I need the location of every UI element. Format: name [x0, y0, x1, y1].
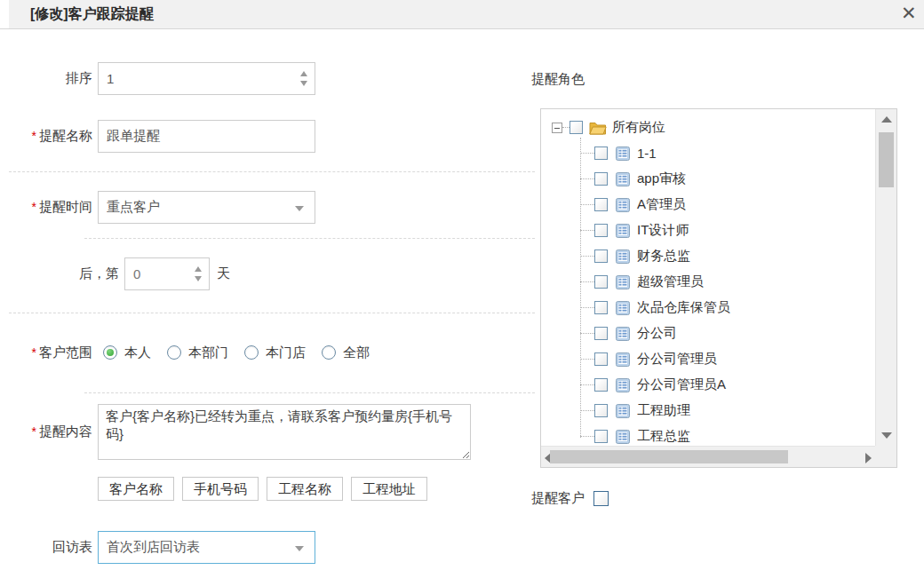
close-icon[interactable]: ✕	[901, 0, 924, 28]
tree-item-工程总监[interactable]: 工程总监	[541, 424, 875, 446]
section-divider	[9, 171, 535, 172]
tree-stub	[580, 230, 594, 231]
scroll-down-icon[interactable]	[881, 432, 892, 439]
tree-item-checkbox[interactable]	[594, 301, 608, 314]
tree-item-checkbox[interactable]	[594, 249, 608, 263]
role-icon	[614, 146, 632, 161]
time-select[interactable]: 重点客户	[98, 191, 315, 224]
tree-item-checkbox[interactable]	[594, 146, 608, 160]
scope-radio-本人[interactable]: 本人	[103, 344, 151, 361]
tree-items: 1-1app审核A管理员IT设计师财务总监超级管理员次品仓库保管员分公司分公司管…	[541, 140, 875, 446]
visit-form-label: 回访表	[0, 539, 98, 556]
role-icon	[614, 378, 632, 392]
tree-item-label: 1-1	[637, 146, 657, 161]
scrollbar-corner	[875, 446, 896, 467]
spin-up-icon[interactable]	[195, 266, 202, 272]
radio-icon[interactable]	[167, 345, 181, 360]
radio-icon[interactable]	[322, 345, 336, 360]
name-input[interactable]: 跟单提醒	[98, 120, 315, 153]
tree-item-label: 工程助理	[637, 402, 690, 419]
vertical-scroll-thumb[interactable]	[879, 132, 894, 187]
visit-form-select[interactable]: 首次到店回访表	[98, 531, 315, 564]
content-row: *提醒内容 客户{客户名称}已经转为重点，请联系客户预约量房{手机号码}	[0, 404, 471, 460]
tree-item-label: 分公司管理员	[637, 351, 717, 368]
tree-item-checkbox[interactable]	[594, 172, 608, 186]
spin-up-icon[interactable]	[300, 71, 307, 76]
after-days-spinner[interactable]	[195, 258, 202, 289]
radio-icon[interactable]	[244, 345, 259, 360]
sub-divider	[84, 238, 535, 239]
time-value: 重点客户	[107, 199, 291, 216]
scope-radio-label: 本门店	[266, 344, 306, 361]
tree-item-财务总监[interactable]: 财务总监	[541, 243, 875, 269]
remind-customer-row: 提醒客户	[531, 490, 609, 507]
horizontal-scroll-thumb[interactable]	[550, 450, 788, 463]
tree-item-checkbox[interactable]	[594, 378, 608, 392]
after-days-suffix: 天	[217, 265, 230, 282]
scope-radio-label: 本部门	[188, 344, 228, 361]
remind-customer-checkbox[interactable]	[593, 491, 609, 506]
tree-item-label: 工程总监	[637, 428, 690, 445]
tree-item-checkbox[interactable]	[594, 430, 608, 443]
name-row: *提醒名称 跟单提醒	[0, 120, 315, 153]
tree-stub	[580, 178, 594, 179]
tree-item-超级管理员[interactable]: 超级管理员	[541, 269, 875, 295]
after-days-input[interactable]: 0	[124, 257, 210, 290]
scroll-up-icon[interactable]	[881, 116, 892, 123]
tree-item-checkbox[interactable]	[594, 352, 608, 366]
insert-field-button-客户名称[interactable]: 客户名称	[98, 477, 174, 501]
tree-item-分公司管理员[interactable]: 分公司管理员	[541, 346, 875, 372]
tree-item-次品仓库保管员[interactable]: 次品仓库保管员	[541, 295, 875, 321]
scope-radio-全部[interactable]: 全部	[322, 344, 370, 361]
scope-radio-本门店[interactable]: 本门店	[244, 344, 306, 361]
tree-item-label: 分公司	[637, 325, 677, 342]
sort-input[interactable]: 1	[98, 62, 315, 95]
visit-form-value: 首次到店回访表	[107, 539, 291, 556]
spin-down-icon[interactable]	[300, 81, 307, 86]
spin-down-icon[interactable]	[195, 276, 202, 281]
collapse-icon[interactable]	[552, 123, 562, 133]
scope-label: *客户范围	[0, 344, 98, 361]
role-icon	[614, 352, 632, 367]
tree-stub	[580, 256, 594, 257]
chevron-down-icon[interactable]	[295, 546, 304, 551]
tree-item-checkbox[interactable]	[594, 404, 608, 417]
scope-radio-本部门[interactable]: 本部门	[167, 344, 228, 361]
tree-root-label: 所有岗位	[612, 119, 665, 136]
role-icon	[614, 430, 632, 444]
insert-field-button-工程地址[interactable]: 工程地址	[351, 477, 427, 501]
tree-item-工程助理[interactable]: 工程助理	[541, 398, 875, 424]
vertical-scrollbar[interactable]	[875, 109, 896, 446]
scope-row: *客户范围 本人本部门本门店全部	[0, 337, 370, 368]
tree-stub	[580, 153, 594, 154]
tree-root-item[interactable]: 所有岗位	[541, 115, 875, 140]
tree-stub	[580, 359, 594, 360]
tree-item-app审核[interactable]: app审核	[541, 166, 875, 192]
tree-item-checkbox[interactable]	[594, 224, 608, 237]
tree-item-checkbox[interactable]	[594, 275, 608, 289]
sort-spinner[interactable]	[300, 63, 307, 94]
content-textarea[interactable]: 客户{客户名称}已经转为重点，请联系客户预约量房{手机号码}	[98, 404, 471, 460]
insert-field-button-手机号码[interactable]: 手机号码	[182, 477, 259, 501]
scroll-right-icon[interactable]	[865, 453, 872, 463]
chevron-down-icon[interactable]	[295, 206, 304, 211]
role-icon	[614, 327, 632, 341]
role-icon	[614, 275, 632, 289]
tree-item-分公司[interactable]: 分公司	[541, 321, 875, 346]
tree-item-checkbox[interactable]	[594, 327, 608, 340]
horizontal-scrollbar[interactable]	[541, 446, 875, 467]
tree-item-label: IT设计师	[637, 222, 689, 239]
tree-item-A管理员[interactable]: A管理员	[541, 192, 875, 218]
tree-root-checkbox[interactable]	[570, 121, 583, 134]
scope-radio-label: 本人	[124, 344, 151, 361]
tree-item-IT设计师[interactable]: IT设计师	[541, 218, 875, 243]
tree-item-1-1[interactable]: 1-1	[541, 140, 875, 166]
tree-stub	[580, 384, 594, 385]
role-icon	[614, 249, 632, 264]
radio-selected-icon[interactable]	[103, 345, 117, 360]
required-asterisk: *	[32, 200, 36, 214]
tree-item-checkbox[interactable]	[594, 198, 608, 211]
tree-item-分公司管理员A[interactable]: 分公司管理员A	[541, 372, 875, 398]
insert-field-button-工程名称[interactable]: 工程名称	[267, 477, 343, 501]
roles-panel-label: 提醒角色	[531, 71, 585, 88]
